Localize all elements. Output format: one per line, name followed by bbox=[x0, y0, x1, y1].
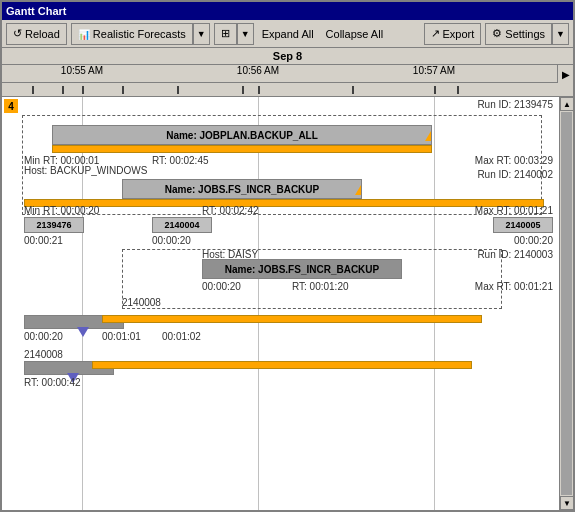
forecast-button[interactable]: Realistic Forecasts bbox=[71, 23, 193, 45]
settings-dropdown[interactable]: Settings ▼ bbox=[485, 23, 569, 45]
job2-t2: 00:00:20 bbox=[152, 235, 191, 246]
job3-t1: 00:00:20 bbox=[202, 281, 241, 292]
job1-host: Host: BACKUP_WINDOWS bbox=[24, 165, 147, 176]
job1-block[interactable]: Name: JOBPLAN.BACKUP_ALL bbox=[52, 125, 432, 145]
run-id-1: Run ID: 2139475 bbox=[477, 99, 553, 110]
job1-max-rt: Max RT: 00:03:29 bbox=[475, 155, 553, 166]
forecast-dropdown-arrow[interactable]: ▼ bbox=[193, 23, 210, 45]
job2-id3-block[interactable]: 2140005 bbox=[493, 217, 553, 233]
job4-t3: 00:01:02 bbox=[162, 331, 201, 342]
tick-9 bbox=[434, 86, 436, 94]
expand-dropdown[interactable]: ▼ bbox=[214, 23, 254, 45]
expand-all-label: Expand All bbox=[262, 28, 314, 40]
export-icon bbox=[431, 27, 440, 40]
expand-all-button[interactable]: Expand All bbox=[258, 26, 318, 42]
title-bar: Gantt Chart bbox=[2, 2, 573, 20]
run-id-3: Run ID: 2140003 bbox=[477, 249, 553, 260]
run-id-2: Run ID: 2140002 bbox=[477, 169, 553, 180]
job2-triangle bbox=[355, 185, 362, 195]
tick-1 bbox=[32, 86, 34, 94]
time-label-1: 10:55 AM bbox=[61, 65, 103, 76]
job2-orange-bar bbox=[24, 199, 544, 207]
tick-8 bbox=[352, 86, 354, 94]
job2-t1: 00:00:21 bbox=[24, 235, 63, 246]
tick-row bbox=[2, 83, 573, 97]
job2-block[interactable]: Name: JOBS.FS_INCR_BACKUP bbox=[122, 179, 362, 199]
expand-button[interactable] bbox=[214, 23, 237, 45]
settings-dropdown-arrow[interactable]: ▼ bbox=[552, 23, 569, 45]
date-header: Sep 8 bbox=[2, 48, 573, 65]
job4-t1: 00:00:20 bbox=[24, 331, 63, 342]
settings-icon bbox=[492, 27, 502, 40]
settings-button[interactable]: Settings bbox=[485, 23, 552, 45]
time-header: 10:55 AM 10:56 AM 10:57 AM ▶ bbox=[2, 65, 573, 83]
reload-button[interactable]: Reload bbox=[6, 23, 67, 45]
reload-icon bbox=[13, 27, 22, 40]
job1-triangle bbox=[425, 131, 432, 141]
time-label-2: 10:56 AM bbox=[237, 65, 279, 76]
job3-id1: 2140008 bbox=[122, 297, 161, 308]
tick-4 bbox=[122, 86, 124, 94]
job5-rt: RT: 00:00:42 bbox=[24, 377, 81, 388]
job4-triangle-down-1 bbox=[77, 327, 89, 337]
scrollbar-thumb[interactable] bbox=[561, 112, 572, 495]
reload-label: Reload bbox=[25, 28, 60, 40]
job2-t3: 00:00:20 bbox=[514, 235, 553, 246]
job1-rt: RT: 00:02:45 bbox=[152, 155, 209, 166]
gantt-content: 4 Run ID: 2139475 Name: JOBPLAN.BACKUP_A… bbox=[2, 97, 573, 510]
job1-orange-bar bbox=[52, 145, 432, 153]
tick-5 bbox=[177, 86, 179, 94]
collapse-all-button[interactable]: Collapse All bbox=[322, 26, 387, 42]
scroll-right-button[interactable]: ▶ bbox=[557, 65, 573, 83]
job3-rt: RT: 00:01:20 bbox=[292, 281, 349, 292]
scrollbar-vertical[interactable]: ▲ ▼ bbox=[559, 97, 573, 510]
gantt-area: Sep 8 10:55 AM 10:56 AM 10:57 AM ▶ bbox=[2, 48, 573, 510]
tick-10 bbox=[457, 86, 459, 94]
job2-id2-block[interactable]: 2140004 bbox=[152, 217, 212, 233]
gantt-window: Gantt Chart Reload Realistic Forecasts ▼… bbox=[0, 0, 575, 512]
job4-t2: 00:01:01 bbox=[102, 331, 141, 342]
toolbar: Reload Realistic Forecasts ▼ ▼ Expand Al… bbox=[2, 20, 573, 48]
job2-rt: RT: 00:02:42 bbox=[202, 205, 259, 216]
forecast-dropdown[interactable]: Realistic Forecasts ▼ bbox=[71, 23, 210, 45]
time-label-3: 10:57 AM bbox=[413, 65, 455, 76]
settings-label: Settings bbox=[505, 28, 545, 40]
expand-dropdown-arrow[interactable]: ▼ bbox=[237, 23, 254, 45]
collapse-all-label: Collapse All bbox=[326, 28, 383, 40]
export-button[interactable]: Export bbox=[424, 23, 482, 45]
job3-block[interactable]: Name: JOBS.FS_INCR_BACKUP bbox=[202, 259, 402, 279]
row-number: 4 bbox=[4, 99, 18, 113]
job4-orange-bar bbox=[102, 315, 482, 323]
window-title: Gantt Chart bbox=[6, 5, 67, 17]
date-label: Sep 8 bbox=[273, 50, 302, 62]
job3-dashed-box bbox=[122, 249, 502, 309]
forecast-icon bbox=[78, 28, 90, 40]
scroll-down-button[interactable]: ▼ bbox=[560, 496, 573, 510]
forecast-label: Realistic Forecasts bbox=[93, 28, 186, 40]
export-label: Export bbox=[443, 28, 475, 40]
tick-7 bbox=[258, 86, 260, 94]
tick-3 bbox=[82, 86, 84, 94]
job5-orange-bar bbox=[92, 361, 472, 369]
job5-id: 2140008 bbox=[24, 349, 63, 360]
job2-max-rt: Max RT: 00:01:21 bbox=[475, 205, 553, 216]
job2-min-rt: Min RT: 00:00:20 bbox=[24, 205, 99, 216]
job3-max-rt: Max RT: 00:01:21 bbox=[475, 281, 553, 292]
expand-icon bbox=[221, 27, 230, 40]
tick-6 bbox=[242, 86, 244, 94]
scroll-up-button[interactable]: ▲ bbox=[560, 97, 573, 111]
tick-2 bbox=[62, 86, 64, 94]
job2-id1-block[interactable]: 2139476 bbox=[24, 217, 84, 233]
